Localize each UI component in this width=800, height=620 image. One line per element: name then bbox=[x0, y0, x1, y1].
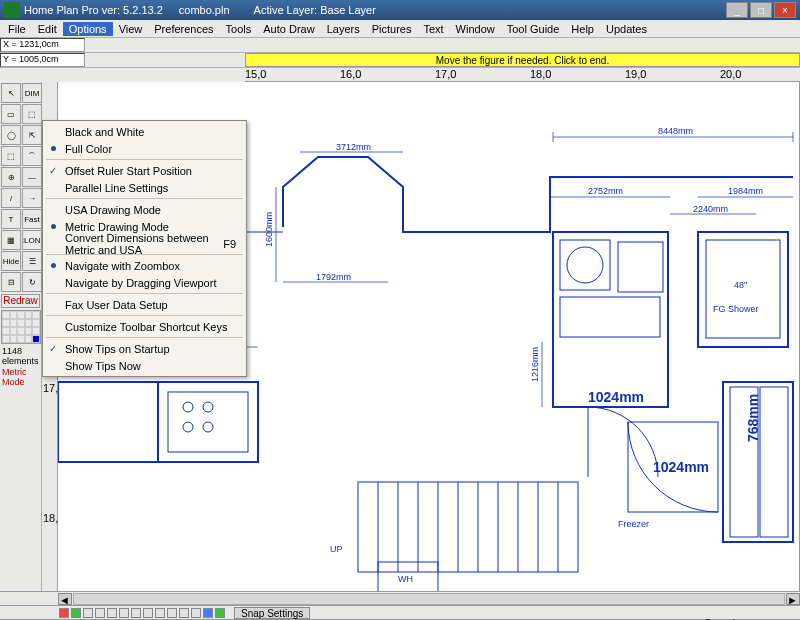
menu-auto-draw[interactable]: Auto Draw bbox=[257, 22, 320, 36]
menu-tool-guide[interactable]: Tool Guide bbox=[501, 22, 566, 36]
snap-toggle[interactable] bbox=[131, 608, 141, 618]
tool-button[interactable]: ▦ bbox=[1, 230, 21, 250]
active-layer-label: Active Layer: Base Layer bbox=[254, 4, 376, 16]
tool-button[interactable]: ⇱ bbox=[22, 125, 42, 145]
snap-toggle[interactable] bbox=[167, 608, 177, 618]
options-dropdown: Black and WhiteFull Color✓Offset Ruler S… bbox=[42, 120, 247, 377]
svg-text:8448mm: 8448mm bbox=[658, 126, 693, 136]
snap-toggle[interactable] bbox=[107, 608, 117, 618]
snap-toggle[interactable] bbox=[179, 608, 189, 618]
tool-button[interactable]: / bbox=[1, 188, 21, 208]
svg-text:Freezer: Freezer bbox=[618, 519, 649, 529]
tool-button[interactable]: ⬚ bbox=[22, 104, 42, 124]
tool-button[interactable]: ☰ bbox=[22, 251, 42, 271]
svg-text:1600mm: 1600mm bbox=[264, 212, 274, 247]
tool-button[interactable]: — bbox=[22, 167, 42, 187]
tool-button[interactable]: Fast bbox=[22, 209, 42, 229]
options-menu-item[interactable]: ✓Offset Ruler Start Position bbox=[45, 162, 244, 179]
scroll-left-icon[interactable]: ◄ bbox=[58, 593, 72, 605]
elements-count: 1148 elements bbox=[0, 345, 41, 367]
snap-toggle[interactable] bbox=[59, 608, 69, 618]
options-menu-item[interactable]: Fax User Data Setup bbox=[45, 296, 244, 313]
snap-toggle[interactable] bbox=[95, 608, 105, 618]
redraw-button[interactable]: Redraw bbox=[1, 294, 40, 308]
svg-text:48": 48" bbox=[734, 280, 747, 290]
svg-text:1792mm: 1792mm bbox=[316, 272, 351, 282]
snap-toggle[interactable] bbox=[215, 608, 225, 618]
tool-button[interactable]: DIM bbox=[22, 83, 42, 103]
svg-text:3712mm: 3712mm bbox=[336, 142, 371, 152]
tool-button[interactable]: T bbox=[1, 209, 21, 229]
menubar: FileEditOptionsViewPreferencesToolsAuto … bbox=[0, 20, 800, 38]
coord-y: Y = 1005,0cm bbox=[0, 53, 85, 67]
svg-text:1216mm: 1216mm bbox=[530, 347, 540, 382]
max-button[interactable]: □ bbox=[750, 2, 772, 18]
tool-button[interactable]: ⌒ bbox=[22, 146, 42, 166]
snap-status: Snap is Off bbox=[704, 617, 751, 621]
tool-button[interactable]: ↖ bbox=[1, 83, 21, 103]
min-button[interactable]: _ bbox=[726, 2, 748, 18]
options-menu-item[interactable]: Navigate with Zoombox bbox=[45, 257, 244, 274]
hint-bar: Move the figure if needed. Click to end. bbox=[245, 53, 800, 67]
svg-rect-0 bbox=[58, 382, 158, 462]
snap-toggle[interactable] bbox=[191, 608, 201, 618]
options-menu-item[interactable]: USA Drawing Mode bbox=[45, 201, 244, 218]
tool-button[interactable]: ⊟ bbox=[1, 272, 21, 292]
options-menu-item[interactable]: Parallel Line Settings bbox=[45, 179, 244, 196]
snap-toggle[interactable] bbox=[155, 608, 165, 618]
snap-settings-button[interactable]: Snap Settings bbox=[234, 607, 310, 619]
menu-updates[interactable]: Updates bbox=[600, 22, 653, 36]
scroll-right-icon[interactable]: ► bbox=[786, 593, 800, 605]
tool-button[interactable]: CLONE bbox=[22, 230, 42, 250]
menu-window[interactable]: Window bbox=[450, 22, 501, 36]
snap-toggle[interactable] bbox=[83, 608, 93, 618]
metric-mode-label: Metric Mode bbox=[0, 367, 41, 387]
menu-layers[interactable]: Layers bbox=[321, 22, 366, 36]
snap-toggle[interactable] bbox=[143, 608, 153, 618]
tool-button[interactable]: ⬚ bbox=[1, 146, 21, 166]
tool-button[interactable]: ⊕ bbox=[1, 167, 21, 187]
coord-row: X = 1231,0cm bbox=[0, 38, 800, 53]
menu-pictures[interactable]: Pictures bbox=[366, 22, 418, 36]
menu-view[interactable]: View bbox=[113, 22, 149, 36]
tool-button[interactable]: → bbox=[22, 188, 42, 208]
ruler-row: 15,016,017,018,019,020,021,0 bbox=[0, 68, 800, 82]
close-button[interactable]: × bbox=[774, 2, 796, 18]
tool-button[interactable]: ◯ bbox=[1, 125, 21, 145]
options-menu-item[interactable]: Navigate by Dragging Viewport bbox=[45, 274, 244, 291]
horizontal-scrollbar[interactable]: ◄ ► bbox=[0, 591, 800, 605]
options-menu-item[interactable]: ✓Show Tips on Startup bbox=[45, 340, 244, 357]
color-palette[interactable] bbox=[1, 310, 41, 344]
tool-button[interactable]: ↻ bbox=[22, 272, 42, 292]
svg-text:2240mm: 2240mm bbox=[693, 204, 728, 214]
svg-point-9 bbox=[567, 247, 603, 283]
menu-preferences[interactable]: Preferences bbox=[148, 22, 219, 36]
svg-point-3 bbox=[183, 402, 193, 412]
svg-rect-11 bbox=[560, 297, 660, 337]
app-title: Home Plan Pro ver: 5.2.13.2 bbox=[24, 4, 163, 16]
svg-text:WH: WH bbox=[398, 574, 413, 584]
menu-options[interactable]: Options bbox=[63, 22, 113, 36]
snap-toggle[interactable] bbox=[119, 608, 129, 618]
snap-toggle[interactable] bbox=[203, 608, 213, 618]
svg-text:FG Shower: FG Shower bbox=[713, 304, 759, 314]
options-menu-item[interactable]: Full Color bbox=[45, 140, 244, 157]
tool-button[interactable]: Hide bbox=[1, 251, 21, 271]
options-menu-item[interactable]: Black and White bbox=[45, 123, 244, 140]
menu-text[interactable]: Text bbox=[417, 22, 449, 36]
menu-file[interactable]: File bbox=[2, 22, 32, 36]
menu-help[interactable]: Help bbox=[565, 22, 600, 36]
left-toolbox: ↖DIM▭⬚◯⇱⬚⌒⊕—/→TFast▦CLONEHide☰⊟↻ Redraw … bbox=[0, 82, 42, 591]
svg-rect-10 bbox=[618, 242, 663, 292]
options-menu-item[interactable]: Convert Dimensions between Metric and US… bbox=[45, 235, 244, 252]
tool-button[interactable]: ▭ bbox=[1, 104, 21, 124]
menu-edit[interactable]: Edit bbox=[32, 22, 63, 36]
titlebar: Home Plan Pro ver: 5.2.13.2 combo.pln Ac… bbox=[0, 0, 800, 20]
coord-x: X = 1231,0cm bbox=[0, 38, 85, 52]
menu-tools[interactable]: Tools bbox=[220, 22, 258, 36]
svg-text:1984mm: 1984mm bbox=[728, 186, 763, 196]
snap-toggle[interactable] bbox=[71, 608, 81, 618]
options-menu-item[interactable]: Customize Toolbar Shortcut Keys bbox=[45, 318, 244, 335]
svg-rect-18 bbox=[760, 387, 788, 537]
options-menu-item[interactable]: Show Tips Now bbox=[45, 357, 244, 374]
